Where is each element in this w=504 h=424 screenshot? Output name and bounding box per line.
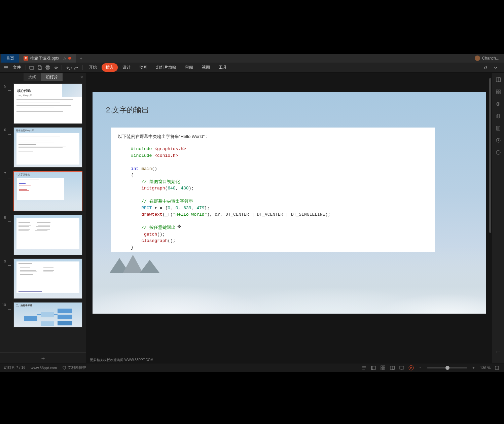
zoom-slider[interactable]	[427, 367, 467, 368]
thumbnail-item[interactable]: 10 二、推箱子算法	[1, 302, 82, 327]
ppt-file-icon: P	[24, 56, 28, 61]
play-slideshow-icon[interactable]	[408, 365, 414, 371]
slides-tab[interactable]: 幻灯片	[41, 73, 63, 81]
ribbon-tab-tools[interactable]: 工具	[215, 63, 231, 72]
outline-tab[interactable]: 大纲	[24, 73, 41, 81]
undo-icon[interactable]	[64, 64, 71, 71]
svg-rect-12	[371, 366, 375, 369]
svg-rect-3	[496, 90, 498, 92]
zoom-handle[interactable]	[445, 366, 449, 370]
zoom-level[interactable]: 136 %	[480, 366, 491, 370]
title-tab-bar: 首页 P 推箱子游戏.pptx △ ＋ Chanch...	[0, 54, 504, 63]
thumbnail-item[interactable]: 7 2.文字的输出	[1, 171, 82, 211]
svg-rect-17	[383, 368, 385, 370]
tab-document[interactable]: P 推箱子游戏.pptx △	[19, 54, 76, 63]
canvas-viewport[interactable]: 2.文字的输出 以下范例在屏幕中央输出字符串"Hello World"： #in…	[86, 73, 492, 357]
zoom-out-icon[interactable]: －	[418, 365, 424, 371]
tab-add-button[interactable]: ＋	[76, 56, 86, 61]
save-icon[interactable]	[36, 64, 43, 71]
ribbon-tab-insert[interactable]: 插入	[102, 63, 118, 72]
svg-rect-4	[499, 90, 500, 92]
template-pane-icon[interactable]	[495, 89, 501, 95]
svg-point-8	[498, 103, 499, 105]
preview-icon[interactable]	[52, 64, 60, 71]
vertical-scrollbar[interactable]	[489, 76, 491, 354]
thumbnail-list[interactable]: 5 核心代码 一、Easyx库	[0, 81, 86, 352]
website-label: www.33ppt.com	[31, 366, 57, 370]
slide-canvas[interactable]: 2.文字的输出 以下范例在屏幕中央输出字符串"Hello World"： #in…	[93, 92, 486, 314]
protection-status[interactable]: 文档未保护	[62, 365, 86, 370]
help-pane-icon[interactable]	[495, 149, 501, 155]
clipboard-pane-icon[interactable]	[495, 125, 501, 131]
close-panel-icon[interactable]: ✕	[80, 75, 83, 79]
ribbon-tab-start[interactable]: 开始	[85, 63, 101, 72]
redo-icon[interactable]	[73, 64, 80, 71]
slide-thumbnail-8[interactable]	[13, 215, 82, 255]
open-folder-icon[interactable]	[28, 64, 35, 71]
svg-point-7	[497, 102, 500, 106]
code-description: 以下范例在屏幕中央输出字符串"Hello World"：	[118, 134, 431, 140]
status-bar: 幻灯片 7 / 16 www.33ppt.com 文档未保护 － ＋ 136 %	[0, 363, 504, 372]
template-footer-link: 更多精美模板欢迎访问 WWW.33PPT.COM	[86, 357, 492, 363]
ribbon-tab-design[interactable]: 设计	[118, 63, 135, 72]
menu-bar: 文件 ▾ 开始 插入 设计 动画 幻灯片放映 审阅 视图 工具	[0, 63, 504, 73]
workspace: 大纲 幻灯片 ✕ 5 核心代码 一、Easyx库	[0, 73, 504, 363]
sorter-view-icon[interactable]	[380, 365, 386, 371]
ribbon-tab-slideshow[interactable]: 幻灯片放映	[152, 63, 180, 72]
svg-rect-16	[381, 368, 383, 370]
cloud-sync-indicator-icon: △	[63, 56, 66, 61]
svg-rect-2	[498, 78, 500, 82]
svg-rect-5	[496, 92, 498, 94]
thumbnail-item[interactable]: 6 简单熟悉Easyx库	[1, 127, 82, 168]
properties-pane-icon[interactable]	[495, 77, 501, 83]
code-content: #include <graphics.h> #include <conio.h>…	[118, 146, 431, 251]
background-mountains	[109, 253, 177, 273]
slide-title[interactable]: 2.文字的输出	[106, 105, 149, 115]
zoom-in-icon[interactable]: ＋	[471, 365, 477, 371]
add-slide-button[interactable]: ＋	[0, 352, 86, 363]
collapse-sidebar-icon[interactable]	[495, 349, 501, 355]
layers-pane-icon[interactable]	[495, 113, 501, 119]
svg-rect-15	[383, 366, 385, 367]
settings-icon[interactable]	[495, 101, 501, 107]
slide-thumbnail-7[interactable]: 2.文字的输出	[13, 171, 82, 211]
thumbnail-item[interactable]: 8	[1, 215, 82, 255]
svg-point-11	[496, 150, 500, 154]
svg-rect-14	[381, 366, 383, 367]
slide-thumbnail-6[interactable]: 简单熟悉Easyx库	[13, 127, 82, 168]
slide-thumbnail-10[interactable]: 二、推箱子算法	[13, 302, 82, 327]
file-menu[interactable]: 文件	[10, 65, 24, 70]
svg-rect-13	[371, 366, 373, 369]
fit-to-window-icon[interactable]	[494, 365, 500, 371]
user-area[interactable]: Chanch...	[475, 56, 503, 61]
undo-dropdown-icon[interactable]: ▾	[71, 66, 72, 69]
scrollbar-thumb[interactable]	[489, 78, 491, 233]
print-icon[interactable]	[44, 64, 51, 71]
normal-view-icon[interactable]	[370, 365, 376, 371]
collapse-ribbon-icon[interactable]	[492, 64, 499, 71]
separator	[62, 65, 62, 70]
ribbon-tab-animation[interactable]: 动画	[135, 63, 151, 72]
slide-thumbnail-9[interactable]	[13, 258, 82, 299]
tab-document-label: 推箱子游戏.pptx	[30, 56, 59, 61]
thumbnail-item[interactable]: 9	[1, 258, 82, 299]
thumbnail-item[interactable]: 5 核心代码 一、Easyx库	[1, 83, 82, 124]
notes-icon[interactable]	[361, 365, 367, 371]
share-icon[interactable]	[482, 64, 489, 71]
animation-pane-icon[interactable]	[495, 137, 501, 143]
slideshow-popup-icon[interactable]	[399, 365, 405, 371]
reading-view-icon[interactable]	[389, 365, 395, 371]
svg-rect-6	[499, 92, 500, 94]
hamburger-menu-icon[interactable]	[2, 64, 9, 71]
shield-icon	[62, 366, 66, 370]
tab-home-label: 首页	[6, 56, 14, 61]
avatar-icon	[475, 56, 480, 61]
svg-rect-20	[400, 366, 404, 369]
tab-home[interactable]: 首页	[1, 54, 19, 63]
slide-thumbnail-5[interactable]: 核心代码 一、Easyx库	[13, 83, 82, 124]
thumb-tabs: 大纲 幻灯片 ✕	[0, 73, 86, 81]
code-block[interactable]: 以下范例在屏幕中央输出字符串"Hello World"： #include <g…	[111, 128, 435, 252]
ribbon-tab-view[interactable]: 视图	[198, 63, 214, 72]
user-name: Chanch...	[482, 56, 499, 61]
ribbon-tab-review[interactable]: 审阅	[181, 63, 197, 72]
